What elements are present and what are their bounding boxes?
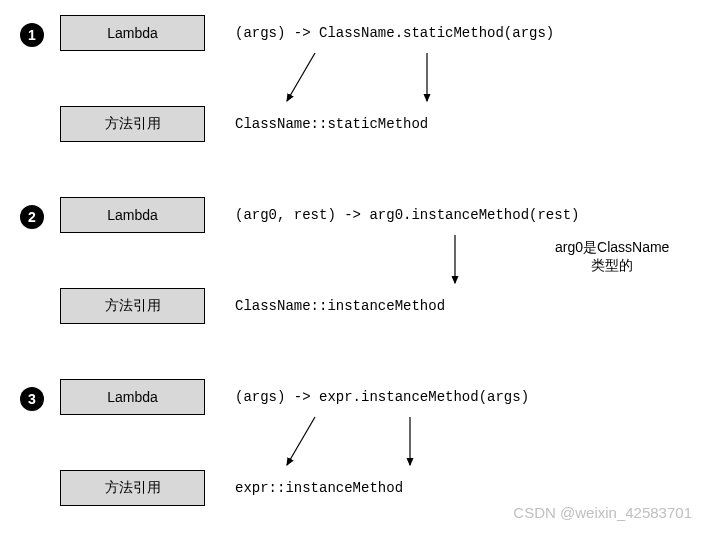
ref-code: expr::instanceMethod	[235, 480, 403, 496]
section-2: 2 Lambda (arg0, rest) -> arg0.instanceMe…	[20, 197, 697, 324]
lambda-row: Lambda (args) -> ClassName.staticMethod(…	[60, 15, 697, 51]
arrow-zone: arg0是ClassName类型的	[235, 233, 697, 288]
ref-code: ClassName::instanceMethod	[235, 298, 445, 314]
lambda-code: (arg0, rest) -> arg0.instanceMethod(rest…	[235, 207, 579, 223]
ref-row: 方法引用 expr::instanceMethod	[60, 470, 697, 506]
section-1: 1 Lambda (args) -> ClassName.staticMetho…	[20, 15, 697, 142]
ref-row: 方法引用 ClassName::instanceMethod	[60, 288, 697, 324]
svg-line-3	[287, 417, 315, 465]
lambda-code: (args) -> expr.instanceMethod(args)	[235, 389, 529, 405]
lambda-row: Lambda (arg0, rest) -> arg0.instanceMeth…	[60, 197, 697, 233]
ref-box: 方法引用	[60, 106, 205, 142]
section-3: 3 Lambda (args) -> expr.instanceMethod(a…	[20, 379, 697, 506]
arrows-svg	[235, 51, 635, 106]
lambda-box: Lambda	[60, 379, 205, 415]
lambda-row: Lambda (args) -> expr.instanceMethod(arg…	[60, 379, 697, 415]
ref-box: 方法引用	[60, 288, 205, 324]
note-text: arg0是ClassName类型的	[555, 238, 669, 274]
svg-line-0	[287, 53, 315, 101]
marker-circle: 1	[20, 23, 44, 47]
ref-code: ClassName::staticMethod	[235, 116, 428, 132]
arrow-zone	[235, 415, 697, 470]
arrow-zone	[235, 51, 697, 106]
lambda-box: Lambda	[60, 15, 205, 51]
ref-box: 方法引用	[60, 470, 205, 506]
ref-row: 方法引用 ClassName::staticMethod	[60, 106, 697, 142]
lambda-box: Lambda	[60, 197, 205, 233]
lambda-code: (args) -> ClassName.staticMethod(args)	[235, 25, 554, 41]
watermark-text: CSDN @weixin_42583701	[513, 504, 692, 521]
marker-circle: 2	[20, 205, 44, 229]
marker-circle: 3	[20, 387, 44, 411]
arrows-svg	[235, 415, 635, 470]
